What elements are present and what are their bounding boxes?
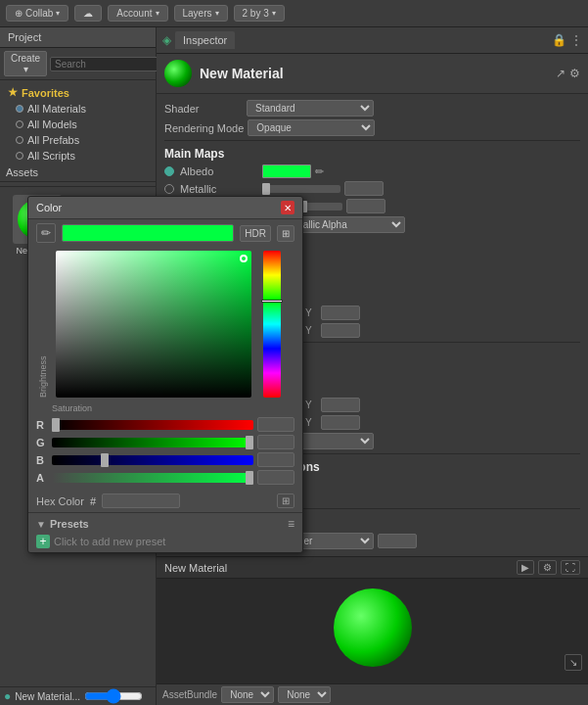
color-cursor <box>240 255 248 262</box>
albedo-label: Albedo <box>180 165 258 177</box>
eyedropper-tool-button[interactable]: ✏ <box>36 223 56 243</box>
preview-material-ball <box>334 588 412 667</box>
create-button[interactable]: Create ▾ <box>4 51 47 76</box>
hex-color-label: Hex Color <box>36 495 84 507</box>
hex-input[interactable]: 00FF41FF <box>102 494 180 508</box>
color-dialog-titlebar: Color ✕ <box>28 197 302 219</box>
account-button[interactable]: Account ▾ <box>108 5 167 22</box>
material-open-button[interactable]: ↗ <box>556 67 565 80</box>
hex-options: ⊞ <box>277 494 294 508</box>
metallic-value[interactable]: 0 <box>344 181 384 196</box>
a-value[interactable]: 255 <box>257 470 294 485</box>
dot-icon <box>16 120 23 128</box>
eyedropper-icon[interactable]: ✏ <box>315 165 324 178</box>
color-tools: ✏ HDR ⊞ <box>28 219 302 247</box>
metallic-radio[interactable] <box>164 184 174 194</box>
sidebar-item-all-models[interactable]: All Models <box>0 117 156 132</box>
render-queue-number[interactable]: 2000 <box>378 534 417 548</box>
secondary-offset-y[interactable]: 0 <box>321 415 360 430</box>
color-gradient[interactable] <box>56 251 251 398</box>
add-preset-button[interactable]: + Click to add new preset <box>36 535 294 548</box>
metallic-slider-container: 0 <box>262 181 580 196</box>
shader-select[interactable]: Standard <box>247 100 374 117</box>
sidebar-item-all-materials[interactable]: All Materials <box>0 101 156 117</box>
tiling-y-input[interactable]: 1 <box>321 306 360 320</box>
asset-bundle-label: AssetBundle <box>162 689 217 700</box>
material-settings-button[interactable]: ⚙ <box>569 67 580 80</box>
brightness-label: Brightness <box>38 251 48 398</box>
a-slider[interactable] <box>52 473 253 483</box>
r-value[interactable]: 0 <box>257 417 294 432</box>
albedo-radio[interactable] <box>164 166 174 176</box>
rgba-section: R 0 G 255 B 65 A 255 <box>28 413 302 492</box>
a-row: A 255 <box>36 470 294 485</box>
hex-format-button[interactable]: ⊞ <box>277 494 294 508</box>
star-icon: ★ <box>8 86 18 99</box>
dot-icon <box>16 136 23 144</box>
panel-toolbar: Create ▾ ☰ ⊞ ⋮ <box>0 48 156 80</box>
metallic-slider[interactable] <box>262 185 340 193</box>
rendering-mode-label: Rendering Mode <box>164 122 244 134</box>
zoom-slider[interactable] <box>84 692 143 700</box>
shader-row: Shader Standard <box>164 100 580 117</box>
circle-icon: ● <box>4 689 11 703</box>
smoothness-value[interactable]: 0.5 <box>346 199 385 213</box>
g-value[interactable]: 255 <box>257 435 294 449</box>
secondary-tiling-y[interactable]: 1 <box>321 398 360 412</box>
saturation-container: Saturation <box>28 401 302 413</box>
rendering-mode-select[interactable]: Opaque <box>248 119 375 136</box>
preview-fullscreen-button[interactable]: ⛶ <box>561 560 580 575</box>
sidebar-item-all-scripts[interactable]: All Scripts <box>0 148 156 164</box>
offset-y-input[interactable]: 0 <box>321 323 360 338</box>
inspector-header: ◈ Inspector 🔒 ⋮ <box>157 27 588 54</box>
b-value[interactable]: 65 <box>257 452 294 467</box>
material-header-icons: ↗ ⚙ <box>556 67 580 80</box>
albedo-color-swatch[interactable] <box>262 164 311 178</box>
shader-label: Shader <box>164 103 243 115</box>
hdr-button[interactable]: HDR <box>240 225 271 242</box>
sidebar-item-all-prefabs[interactable]: All Prefabs <box>0 132 156 148</box>
color-options-button[interactable]: ⊞ <box>277 225 294 242</box>
material-ball <box>164 60 192 87</box>
preview-canvas: ↘ <box>157 579 588 677</box>
preview-controls: ▶ ⚙ ⛶ <box>517 560 580 575</box>
collab-button[interactable]: ⊕ Collab ▾ <box>6 5 68 22</box>
layers-button[interactable]: Layers ▾ <box>174 5 228 22</box>
r-slider[interactable] <box>52 420 253 430</box>
asset-bundle-select[interactable]: None <box>221 686 274 703</box>
favorites-section: ★ Favorites <box>0 84 156 101</box>
presets-section: ▼ Presets ≡ + Click to add new preset <box>28 512 302 552</box>
divider1 <box>164 140 580 141</box>
add-preset-icon: + <box>36 535 50 548</box>
preview-settings-button[interactable]: ⚙ <box>538 560 557 575</box>
g-label: G <box>36 437 48 448</box>
sidebar: ★ Favorites All Materials All Models All… <box>0 80 156 186</box>
more-icon-button[interactable]: ⋮ <box>570 33 582 47</box>
color-dialog-title: Color <box>36 202 281 213</box>
project-tab[interactable]: Project <box>0 27 156 48</box>
layout-button[interactable]: 2 by 3 ▾ <box>234 5 285 22</box>
inspector-icon: ◈ <box>162 33 171 47</box>
b-slider[interactable] <box>52 455 253 465</box>
hue-slider[interactable] <box>263 251 281 398</box>
lock-icon-button[interactable]: 🔒 <box>552 33 566 47</box>
r-label: R <box>36 419 48 431</box>
b-label: B <box>36 454 48 466</box>
inspector-tab[interactable]: Inspector <box>175 31 235 49</box>
g-slider[interactable] <box>52 438 253 447</box>
presets-arrow-icon: ▼ <box>36 519 46 530</box>
preview-expand-button[interactable]: ↘ <box>565 654 582 671</box>
r-row: R 0 <box>36 417 294 432</box>
presets-menu-button[interactable]: ≡ <box>288 517 294 531</box>
metallic-label: Metallic <box>180 183 258 195</box>
smoothness-slider-container: 0.5 <box>264 199 580 213</box>
asset-bundle-variant-select[interactable]: None <box>278 686 331 703</box>
preview-header: New Material ▶ ⚙ ⛶ <box>157 557 588 579</box>
bottom-bar: AssetBundle None None <box>157 683 588 705</box>
cloud-button[interactable]: ☁ <box>74 5 102 22</box>
color-dialog-close-button[interactable]: ✕ <box>281 201 294 214</box>
preview-play-button[interactable]: ▶ <box>517 560 534 575</box>
left-bottom-bar: ● New Material... <box>0 686 156 705</box>
assets-section-header: Assets <box>0 164 156 182</box>
topbar: ⊕ Collab ▾ ☁ Account ▾ Layers ▾ 2 by 3 ▾ <box>0 0 588 27</box>
